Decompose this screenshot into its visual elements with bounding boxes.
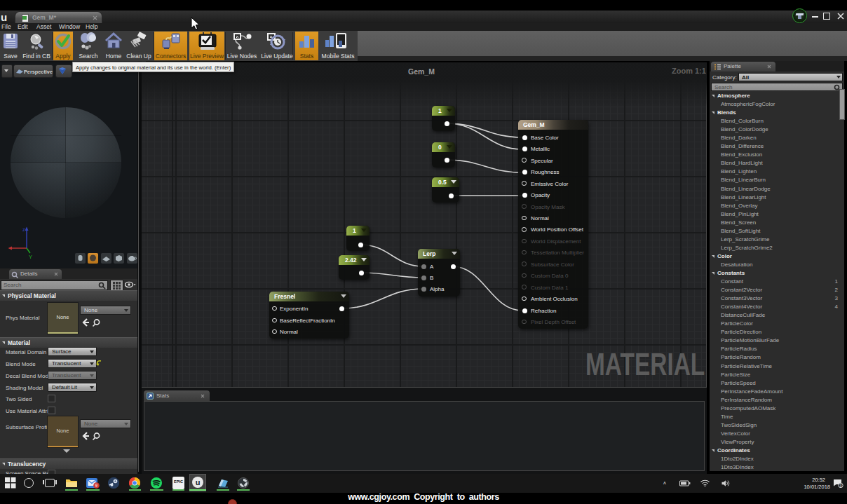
svg-text:z: z bbox=[22, 226, 25, 233]
svg-text:9: 9 bbox=[95, 483, 97, 488]
svg-text:3: 3 bbox=[840, 484, 842, 488]
svg-text:Y: Y bbox=[29, 254, 32, 259]
